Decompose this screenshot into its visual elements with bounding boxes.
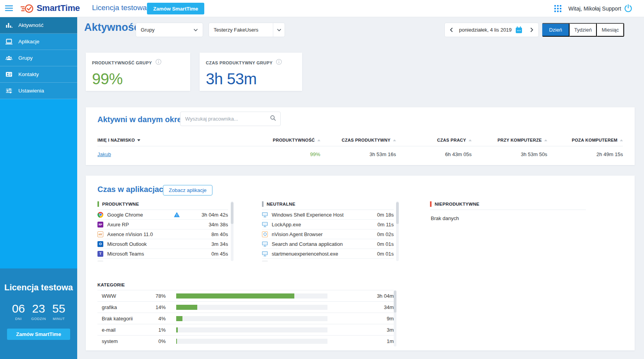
monitor-icon <box>262 222 268 227</box>
brand-name: SmartTime <box>37 3 80 13</box>
no-data-label: Brak danych <box>430 215 586 221</box>
scrollbar-thumb[interactable] <box>396 202 399 224</box>
group-header-unproductive: NIEPRODUKTYWNE <box>430 201 586 210</box>
apps-panel-title: Czas w aplikacjach <box>97 185 168 194</box>
smarttime-logo-icon <box>20 3 34 16</box>
user-greeting[interactable]: Witaj, Mikołaj Support <box>568 5 621 12</box>
employee-search <box>180 112 281 126</box>
categories-table: WWW 78% 3h 04m grafika 14% 34m Brak kate… <box>97 290 394 347</box>
scrollbar[interactable] <box>231 201 234 261</box>
table-header-row: IMIĘ I NAZWISKO PRODUKTYWNOŚĆ CZAS PRODU… <box>97 138 623 142</box>
order-smarttime-button[interactable]: Zamów SmartTime <box>147 3 204 14</box>
group-filter-select[interactable]: Grupy <box>136 23 203 37</box>
employee-link[interactable]: Jakub <box>97 151 111 157</box>
app-icon-partial <box>262 261 268 261</box>
user-filter-select[interactable]: Testerzy FakeUsers <box>209 23 285 37</box>
axure-icon: RP <box>97 222 103 227</box>
user-filter-value: Testerzy FakeUsers <box>209 27 273 33</box>
order-smarttime-sidebar-button[interactable]: Zamów SmartTime <box>7 329 70 340</box>
active-users-title: Aktywni w danym okresie <box>97 115 192 124</box>
table-row: Jakub 99% 3h 53m 16s 6h 43m 05s 3h 53m 5… <box>97 146 623 162</box>
range-day-button[interactable]: Dzień <box>542 23 570 37</box>
sidebar-item-grupy[interactable]: Grupy <box>0 50 77 66</box>
productive-time-card: CZAS PRODUKTYWNY GRUPY 3h 53m <box>200 53 302 91</box>
app-row: Google Chrome 3h 04m 42s <box>97 210 228 220</box>
license-status-label: Licencja testowa <box>92 4 147 12</box>
productivity-card: PRODUKTYWNOŚĆ GRUPY 99% <box>86 53 190 91</box>
scrollbar[interactable] <box>396 201 399 261</box>
laptop-icon <box>5 38 13 45</box>
sidebar-filler <box>0 99 77 268</box>
productive-time-value: 3h 53m <box>206 70 296 88</box>
group-header-neutral: NEUTRALNE <box>262 201 394 210</box>
scrollbar[interactable] <box>394 290 396 347</box>
column-header-productivity[interactable]: PRODUKTYWNOŚĆ <box>244 138 320 142</box>
sidebar-item-aplikacje[interactable]: Aplikacje <box>0 34 77 50</box>
app-row: Search and Cortana application 0m 01s <box>262 239 394 249</box>
category-bar <box>176 316 327 321</box>
category-row: WWW 78% 3h 04m <box>97 290 394 301</box>
app-row-clipped <box>97 259 228 261</box>
cell-work-time: 6h 43m 05s <box>396 151 472 157</box>
sidebar-item-kontakty[interactable]: Kontakty <box>0 66 77 83</box>
column-header-at-computer[interactable]: PRZY KOMPUTERZE <box>472 138 547 142</box>
categories-title: KATEGORIE <box>97 283 125 287</box>
app-row: nVision Agent Browser 0m 02s <box>262 229 394 239</box>
current-date-label[interactable]: poniedziałek, 4 lis 2019 <box>458 27 513 33</box>
info-icon[interactable] <box>276 59 282 66</box>
neutral-apps-column: NEUTRALNE Windows Shell Experience Host … <box>262 201 394 261</box>
chevron-down-icon <box>193 27 198 33</box>
search-icon <box>270 115 276 123</box>
unproductive-apps-column: NIEPRODUKTYWNE Brak danych <box>430 201 586 221</box>
hamburger-menu-icon[interactable] <box>5 4 13 14</box>
range-week-button[interactable]: Tydzień <box>570 23 597 37</box>
group-filter-value: Grupy <box>141 27 154 33</box>
chrome-icon <box>97 212 103 218</box>
neutral-apps-list: Windows Shell Experience Host 0m 18s Loc… <box>262 210 394 261</box>
productive-apps-column: PRODUKTYWNE Google Chrome 3h 04m 42s RP … <box>97 201 228 261</box>
scrollbar-thumb[interactable] <box>231 202 234 224</box>
sidebar-item-label: Aktywność <box>18 22 44 28</box>
scrollbar-thumb[interactable] <box>394 291 396 313</box>
column-header-away[interactable]: POZA KOMPUTEREM <box>547 138 623 142</box>
cell-productivity: 99% <box>244 151 320 157</box>
see-apps-button[interactable]: Zobacz aplikacje <box>163 185 212 195</box>
info-icon[interactable] <box>156 59 161 66</box>
group-color-bar <box>430 201 432 207</box>
prev-day-button[interactable] <box>445 23 458 37</box>
sidebar-item-aktywnosc[interactable]: Aktywność <box>0 17 77 34</box>
app-row: startmenuexperiencehost.exe 0m 01s <box>262 249 394 259</box>
apps-grid-icon[interactable] <box>554 5 561 14</box>
counter-hours: 23 GODZIN <box>31 302 46 321</box>
date-navigator: poniedziałek, 4 lis 2019 <box>444 23 539 37</box>
sidebar-item-label: Aplikacje <box>18 39 39 44</box>
app-row: RP Axure RP 34m 38s <box>97 220 228 229</box>
sidebar-item-label: Grupy <box>18 55 33 61</box>
app-row-clipped <box>262 259 394 261</box>
cell-at-computer: 3h 53m 50s <box>472 151 547 157</box>
column-header-work-time[interactable]: CZAS PRACY <box>396 138 472 142</box>
sidebar-item-label: Kontakty <box>18 71 39 77</box>
group-color-bar <box>97 201 99 207</box>
productivity-value: 99% <box>92 70 184 88</box>
next-day-button[interactable] <box>525 23 538 37</box>
nvision-icon: nV <box>97 231 103 237</box>
monitor-icon <box>262 241 268 247</box>
apps-time-panel: Czas w aplikacjach Zobacz aplikacje PROD… <box>86 176 635 350</box>
warning-icon[interactable] <box>174 212 180 217</box>
counter-days: 06 DNI <box>12 302 25 321</box>
calendar-icon[interactable] <box>513 26 525 34</box>
category-bar <box>176 327 327 332</box>
employee-search-input[interactable] <box>185 116 270 122</box>
productivity-card-label: PRODUKTYWNOŚĆ GRUPY <box>92 60 152 65</box>
column-header-productive-time[interactable]: CZAS PRODUKTYWNY <box>320 138 396 142</box>
column-header-name[interactable]: IMIĘ I NAZWISKO <box>97 138 244 142</box>
sidebar-item-ustawienia[interactable]: Ustawienia <box>0 83 77 99</box>
app-row: O Microsoft Outlook 3m 34s <box>97 239 228 249</box>
group-color-bar <box>262 201 264 207</box>
logout-power-icon[interactable] <box>624 4 633 14</box>
sort-desc-icon <box>137 139 140 141</box>
category-row: e-mail 1% 3m <box>97 324 394 335</box>
sidebar: Aktywność Aplikacje Grupy Kontakty Ustaw… <box>0 17 77 359</box>
range-month-button[interactable]: Miesiąc <box>597 23 624 37</box>
